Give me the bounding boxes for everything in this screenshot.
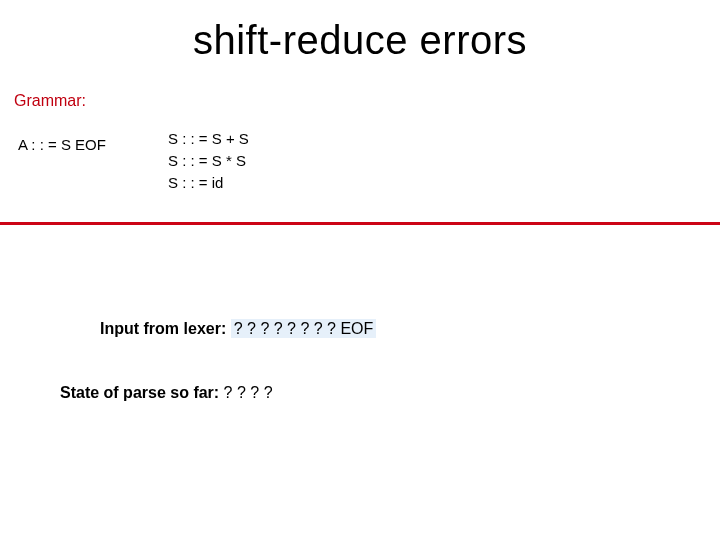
state-of-parse-row: State of parse so far: ? ? ? ? [60, 384, 273, 402]
slide: shift-reduce errors Grammar: A : : = S E… [0, 0, 720, 540]
grammar-label: Grammar: [14, 92, 86, 110]
slide-title: shift-reduce errors [0, 0, 720, 63]
input-from-lexer-row: Input from lexer: ? ? ? ? ? ? ? ? EOF [100, 320, 376, 338]
grammar-rule-s: S : : = S + S S : : = S * S S : : = id [168, 128, 249, 194]
state-of-parse-value: ? ? ? ? [224, 384, 273, 401]
input-from-lexer-label: Input from lexer: [100, 320, 226, 337]
state-of-parse-label: State of parse so far: [60, 384, 219, 401]
divider-line [0, 222, 720, 225]
input-from-lexer-value: ? ? ? ? ? ? ? ? EOF [231, 319, 377, 338]
grammar-rule-a: A : : = S EOF [18, 136, 106, 153]
